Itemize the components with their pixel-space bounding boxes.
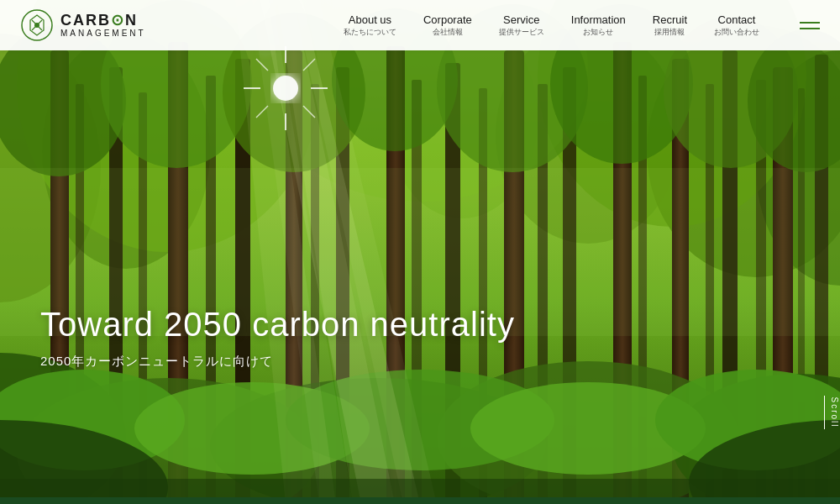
logo[interactable]: CARB⊙N MANAGEMENT	[20, 8, 146, 42]
hero-subtitle: 2050年カーボンニュートラルに向けて	[40, 354, 515, 370]
hamburger-line-1	[800, 22, 820, 24]
nav-information-en: Information	[571, 13, 626, 26]
bottom-bar	[0, 497, 840, 504]
nav-about[interactable]: About us 私たちについて	[344, 13, 396, 38]
nav-service-en: Service	[503, 13, 539, 26]
main-nav: About us 私たちについて Corporate 会社情報 Service …	[344, 13, 820, 38]
nav-about-jp: 私たちについて	[344, 27, 396, 38]
nav-contact[interactable]: Contact お問い合わせ	[714, 13, 759, 38]
nav-contact-en: Contact	[718, 13, 756, 26]
logo-text: CARB⊙N MANAGEMENT	[60, 13, 146, 39]
hero-title: Toward 2050 carbon neutrality	[40, 306, 515, 344]
nav-service-jp: 提供サービス	[499, 27, 544, 38]
svg-point-75	[34, 23, 39, 28]
nav-corporate[interactable]: Corporate 会社情報	[423, 13, 472, 38]
nav-corporate-jp: 会社情報	[433, 27, 463, 38]
hamburger-line-2	[800, 28, 820, 29]
nav-information[interactable]: Information お知らせ	[571, 13, 626, 38]
logo-management: MANAGEMENT	[60, 29, 146, 38]
nav-recruit-jp: 採用情報	[654, 27, 685, 38]
nav-about-en: About us	[349, 13, 391, 26]
nav-contact-jp: お問い合わせ	[714, 27, 759, 38]
logo-icon	[20, 8, 54, 42]
nav-information-jp: お知らせ	[583, 27, 613, 38]
header: CARB⊙N MANAGEMENT About us 私たちについて Corpo…	[0, 0, 840, 50]
forest-illustration	[0, 0, 840, 504]
scroll-line	[824, 396, 825, 429]
nav-corporate-en: Corporate	[423, 13, 472, 26]
nav-recruit-en: Recruit	[653, 13, 687, 26]
nav-service[interactable]: Service 提供サービス	[499, 13, 544, 38]
svg-point-61	[273, 76, 298, 101]
scroll-label: Scroll	[830, 396, 839, 428]
hero-content: Toward 2050 carbon neutrality 2050年カーボンニ…	[40, 306, 515, 370]
logo-carbon: CARB⊙N	[60, 13, 146, 29]
scroll-indicator: Scroll	[824, 396, 839, 429]
hamburger-menu[interactable]	[800, 22, 820, 29]
nav-recruit[interactable]: Recruit 採用情報	[653, 13, 687, 38]
